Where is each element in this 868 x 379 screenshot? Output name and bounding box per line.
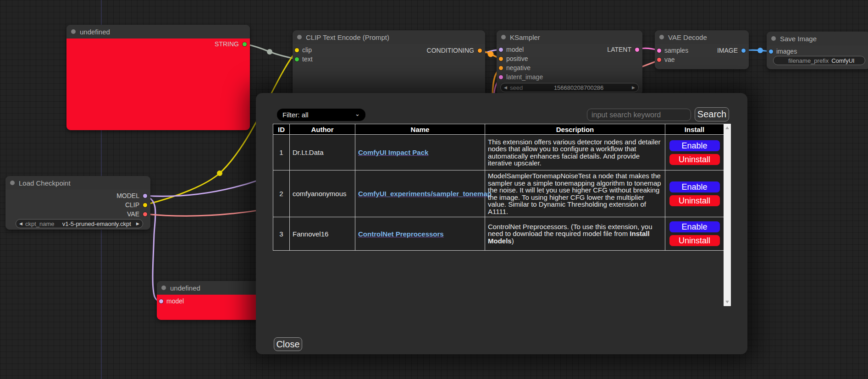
input-dot-model[interactable] bbox=[159, 299, 163, 303]
cell-description: This extension offers various detector n… bbox=[485, 135, 665, 170]
ckpt-name-widget[interactable]: ◀ ckpt_name v1-5-pruned-emaonly.ckpt ▶ bbox=[16, 219, 143, 228]
widget-value: v1-5-pruned-emaonly.ckpt bbox=[57, 220, 137, 227]
node-clip-text-encode[interactable]: CLIP Text Encode (Prompt) clip text COND… bbox=[293, 30, 485, 97]
search-button[interactable]: Search bbox=[695, 107, 729, 121]
node-title: KSampler bbox=[510, 33, 540, 41]
decrement-arrow-icon[interactable]: ◀ bbox=[504, 85, 507, 90]
collapse-dot-icon[interactable] bbox=[71, 29, 76, 34]
input-slot-clip[interactable]: clip bbox=[295, 45, 312, 55]
input-slot-model[interactable]: model bbox=[499, 45, 524, 54]
node-title: CLIP Text Encode (Prompt) bbox=[306, 33, 389, 41]
input-dot-text[interactable] bbox=[295, 57, 299, 61]
enable-button[interactable]: Enable bbox=[669, 221, 720, 233]
output-dot-string[interactable] bbox=[243, 42, 247, 46]
input-label: samples bbox=[664, 47, 688, 54]
input-dot-clip[interactable] bbox=[295, 48, 299, 52]
input-slot-negative[interactable]: negative bbox=[499, 63, 531, 72]
table-row: 3 Fannovel16 ControlNet Preprocessors Co… bbox=[273, 217, 724, 251]
table-row: 1 Dr.Lt.Data ComfyUI Impact Pack This ex… bbox=[273, 135, 724, 170]
node-title-bar[interactable]: KSampler bbox=[497, 30, 642, 44]
output-dot-conditioning[interactable] bbox=[478, 49, 482, 53]
node-title-bar[interactable]: undefined bbox=[157, 281, 267, 295]
cell-install: Enable Uninstall bbox=[665, 135, 724, 170]
input-dot-model[interactable] bbox=[499, 48, 503, 52]
input-slot-text[interactable]: text bbox=[295, 55, 313, 64]
input-dot-samples[interactable] bbox=[657, 49, 661, 53]
input-slot-positive[interactable]: positive bbox=[499, 54, 528, 63]
wire-reroute-dot-yellow bbox=[217, 170, 222, 176]
input-label: model bbox=[166, 297, 184, 305]
node-title-bar[interactable]: undefined bbox=[66, 25, 250, 38]
node-undefined-top[interactable]: undefined STRING bbox=[66, 25, 250, 130]
input-dot-negative[interactable] bbox=[499, 66, 503, 70]
input-dot-vae[interactable] bbox=[657, 58, 661, 62]
node-title-bar[interactable]: VAE Decode bbox=[655, 30, 749, 44]
node-title: VAE Decode bbox=[668, 33, 707, 41]
collapse-dot-icon[interactable] bbox=[297, 35, 302, 39]
uninstall-button[interactable]: Uninstall bbox=[669, 154, 720, 165]
node-title-bar[interactable]: Save Image bbox=[767, 32, 868, 45]
output-dot-model[interactable] bbox=[143, 194, 147, 198]
enable-button[interactable]: Enable bbox=[669, 140, 720, 152]
extension-link[interactable]: ControlNet Preprocessors bbox=[358, 230, 444, 238]
enable-button[interactable]: Enable bbox=[669, 181, 720, 193]
seed-widget[interactable]: ◀ seed 156680208700286 ▶ bbox=[500, 83, 639, 92]
collapse-dot-icon[interactable] bbox=[10, 181, 15, 185]
extension-link[interactable]: ComfyUI_experiments/sampler_tonemap bbox=[358, 190, 492, 198]
output-slot-latent[interactable]: LATENT bbox=[607, 45, 639, 54]
collapse-dot-icon[interactable] bbox=[161, 286, 166, 290]
node-vae-decode[interactable]: VAE Decode samples vae IMAGE bbox=[655, 30, 749, 69]
uninstall-button[interactable]: Uninstall bbox=[669, 195, 720, 207]
comfyui-canvas[interactable]: { "graph": { "nodes": { "undefined_top":… bbox=[0, 0, 868, 379]
collapse-dot-icon[interactable] bbox=[501, 35, 506, 39]
input-dot-images[interactable] bbox=[769, 49, 773, 54]
increment-arrow-icon[interactable]: ▶ bbox=[136, 221, 139, 226]
cell-id: 3 bbox=[273, 217, 290, 251]
input-label: model bbox=[506, 46, 524, 53]
output-dot-image[interactable] bbox=[741, 49, 746, 53]
filter-select[interactable]: Filter: all bbox=[277, 109, 365, 121]
input-dot-latent-image[interactable] bbox=[499, 75, 503, 79]
output-dot-vae[interactable] bbox=[143, 212, 147, 216]
increment-arrow-icon[interactable]: ▶ bbox=[632, 85, 635, 90]
filename-prefix-widget[interactable]: filename_prefix ComfyUI bbox=[773, 56, 865, 65]
input-label: text bbox=[302, 55, 313, 63]
output-slot-conditioning[interactable]: CONDITIONING bbox=[427, 46, 482, 55]
close-button[interactable]: Close bbox=[274, 337, 302, 351]
collapse-dot-icon[interactable] bbox=[659, 35, 664, 39]
output-slot-image[interactable]: IMAGE bbox=[717, 46, 746, 55]
node-title: undefined bbox=[80, 28, 110, 36]
output-slot-vae[interactable]: VAE bbox=[127, 209, 147, 219]
output-label: VAE bbox=[127, 210, 139, 218]
table-scrollbar[interactable] bbox=[724, 124, 731, 306]
node-title-bar[interactable]: CLIP Text Encode (Prompt) bbox=[293, 30, 485, 44]
node-title-bar[interactable]: Load Checkpoint bbox=[6, 176, 150, 190]
node-save-image[interactable]: Save Image images filename_prefix ComfyU… bbox=[767, 32, 868, 69]
input-slot-latent-image[interactable]: latent_image bbox=[499, 72, 543, 82]
output-slot-model[interactable]: MODEL bbox=[116, 191, 147, 200]
collapse-dot-icon[interactable] bbox=[771, 36, 776, 41]
input-label: clip bbox=[302, 46, 312, 54]
output-slot-string[interactable]: STRING bbox=[215, 39, 247, 49]
scroll-up-icon[interactable] bbox=[725, 126, 729, 129]
extension-link[interactable]: ComfyUI Impact Pack bbox=[358, 148, 428, 156]
node-title: Save Image bbox=[780, 35, 817, 43]
widget-value: 156680208700286 bbox=[525, 84, 632, 91]
node-undefined-bottom[interactable]: undefined model bbox=[157, 281, 267, 320]
search-input[interactable] bbox=[587, 109, 691, 121]
decrement-arrow-icon[interactable]: ◀ bbox=[19, 221, 22, 226]
input-slot-vae[interactable]: vae bbox=[657, 55, 675, 64]
output-slot-clip[interactable]: CLIP bbox=[125, 200, 147, 209]
output-dot-clip[interactable] bbox=[143, 203, 147, 207]
input-slot-images[interactable]: images bbox=[769, 47, 797, 56]
input-slot-model[interactable]: model bbox=[159, 297, 184, 306]
node-load-checkpoint[interactable]: Load Checkpoint MODEL CLIP VAE ◀ ckpt_na… bbox=[6, 176, 150, 230]
description-text: ControlNet Preprocessors. (To use this e… bbox=[488, 223, 652, 238]
node-title: undefined bbox=[170, 284, 200, 292]
input-slot-samples[interactable]: samples bbox=[657, 46, 688, 55]
node-ksampler[interactable]: KSampler model positive negative latent_… bbox=[497, 30, 642, 95]
uninstall-button[interactable]: Uninstall bbox=[669, 235, 720, 247]
input-dot-positive[interactable] bbox=[499, 57, 503, 61]
output-dot-latent[interactable] bbox=[635, 48, 639, 52]
scroll-down-icon[interactable] bbox=[725, 301, 729, 303]
